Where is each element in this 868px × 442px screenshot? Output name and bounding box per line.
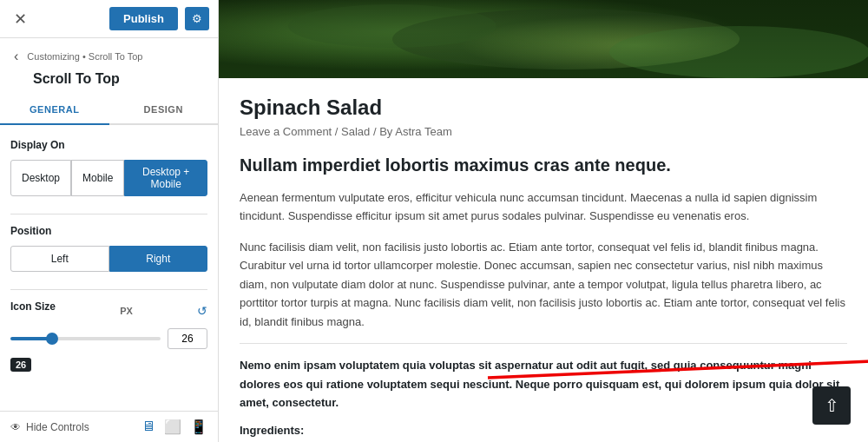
position-group: Left Right: [10, 246, 207, 272]
breadcrumb: Customizing • Scroll To Top: [27, 51, 142, 62]
article-meta: Leave a Comment / Salad / By Astra Team: [240, 125, 847, 138]
gear-button[interactable]: ⚙: [185, 7, 209, 30]
tab-general[interactable]: GENERAL: [0, 96, 109, 125]
scroll-to-top-button[interactable]: ⇧: [812, 386, 851, 425]
article-content: Spinach Salad Leave a Comment / Salad / …: [219, 78, 868, 442]
article-title: Spinach Salad: [240, 96, 847, 120]
refresh-icon[interactable]: ↺: [197, 304, 207, 318]
panel-content: Display On Desktop Mobile Desktop + Mobi…: [0, 125, 218, 411]
right-panel: Spinach Salad Leave a Comment / Salad / …: [219, 0, 868, 442]
divider-1: [10, 214, 207, 214]
icon-size-label: Icon Size: [10, 300, 56, 313]
breadcrumb-bar: ‹ Customizing • Scroll To Top: [0, 38, 218, 71]
panel-title: Scroll To Top: [0, 71, 218, 96]
size-badge: 26: [10, 358, 31, 372]
back-button[interactable]: ‹: [10, 47, 22, 66]
display-desktop-button[interactable]: Desktop: [10, 160, 71, 196]
publish-button[interactable]: Publish: [109, 7, 178, 30]
left-panel: ✕ Publish ⚙ ‹ Customizing • Scroll To To…: [0, 0, 219, 442]
position-right-button[interactable]: Right: [109, 246, 208, 272]
hide-controls-button[interactable]: 👁 Hide Controls: [10, 421, 89, 433]
position-left-button[interactable]: Left: [10, 246, 109, 272]
back-icon: ‹: [14, 49, 18, 63]
article-para-1: Aenean fermentum vulputate eros, efficit…: [240, 188, 847, 226]
article-heading: Nullam imperdiet lobortis maximus cras a…: [240, 154, 847, 176]
display-desktop-mobile-button[interactable]: Desktop + Mobile: [124, 160, 207, 196]
article-para-3: Nemo enim ipsam voluptatem quia voluptas…: [240, 356, 847, 412]
display-on-label: Display On: [10, 139, 207, 151]
chevron-up-icon: ⇧: [825, 397, 839, 414]
tablet-icon[interactable]: ⬜: [164, 419, 181, 435]
hide-controls-label: Hide Controls: [26, 421, 89, 433]
icon-size-header: Icon Size PX ↺: [10, 300, 207, 321]
divider-2: [10, 289, 207, 290]
top-bar: ✕ Publish ⚙: [0, 0, 218, 38]
article-para-2: Nunc facilisis diam velit, non facilisis…: [240, 238, 847, 331]
px-label: PX: [120, 306, 133, 316]
display-on-group: Desktop Mobile Desktop + Mobile: [10, 160, 207, 196]
icon-size-input[interactable]: [168, 328, 207, 349]
display-mobile-button[interactable]: Mobile: [71, 160, 124, 196]
close-icon: ✕: [14, 10, 27, 28]
slider-row: [10, 328, 207, 349]
icon-size-slider[interactable]: [10, 337, 161, 340]
device-icons: 🖥 ⬜ 📱: [141, 419, 207, 435]
close-button[interactable]: ✕: [9, 8, 32, 30]
tab-design[interactable]: DESIGN: [109, 96, 219, 125]
hero-image: [219, 0, 868, 78]
gear-icon: ⚙: [192, 12, 202, 25]
desktop-icon[interactable]: 🖥: [141, 419, 155, 435]
tabs: GENERAL DESIGN: [0, 96, 218, 125]
content-divider: [240, 343, 847, 344]
hero-overlay: [219, 0, 868, 78]
bottom-bar: 👁 Hide Controls 🖥 ⬜ 📱: [0, 411, 218, 442]
ingredients-label: Ingredients:: [240, 424, 847, 437]
position-label: Position: [10, 225, 207, 237]
eye-icon: 👁: [10, 421, 21, 433]
mobile-icon[interactable]: 📱: [190, 419, 207, 435]
